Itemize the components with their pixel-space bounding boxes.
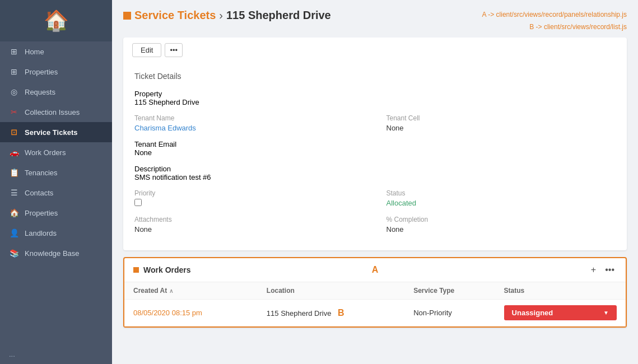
service-tickets-icon: ⊡ — [9, 128, 19, 137]
priority-checkbox-input[interactable] — [134, 199, 142, 206]
property-value: 115 Shepherd Drive — [134, 98, 616, 106]
work-orders-add-button[interactable]: + — [589, 264, 598, 276]
sidebar-item-contacts[interactable]: ☰ Contacts — [0, 183, 112, 203]
sidebar-item-home-label: Home — [25, 48, 44, 56]
tenant-cell-field: Tenant Cell None — [386, 114, 616, 132]
sidebar-item-knowledge-base-label: Knowledge Base — [25, 249, 80, 258]
priority-status-row: Priority Status Allocated — [134, 189, 616, 208]
breadcrumb-separator: › — [219, 9, 223, 22]
sidebar-item-collection-issues[interactable]: ✂ Collection Issues — [0, 102, 112, 122]
label-b: B — [338, 308, 344, 318]
sidebar-item-properties[interactable]: ⊞ Properties — [0, 62, 112, 82]
work-orders-more-button[interactable]: ••• — [603, 264, 617, 276]
description-field: Description SMS notification test #6 — [134, 165, 616, 181]
sidebar-item-service-tickets-label: Service Tickets — [25, 128, 77, 137]
tenant-email-label: Tenant Email — [134, 140, 616, 148]
home-logo-icon: 🏠 — [44, 9, 69, 32]
contacts-icon: ☰ — [9, 188, 19, 197]
sidebar-item-landlords[interactable]: 👤 Landlords — [0, 223, 112, 243]
cell-location-text: 115 Shepherd Drive — [267, 309, 332, 318]
property-link[interactable]: 115 Shepherd Drive — [134, 98, 199, 106]
sidebar-item-tenancies[interactable]: 📋 Tenancies — [0, 162, 112, 183]
sidebar-item-landlords-label: Landlords — [25, 229, 57, 237]
tenancies-icon: 📋 — [9, 168, 19, 177]
status-label: Status — [386, 189, 616, 197]
landlords-icon: 👤 — [9, 228, 19, 237]
attachments-value: None — [134, 225, 364, 234]
tenant-cell-value: None — [386, 124, 616, 132]
collection-issues-icon: ✂ — [9, 108, 19, 116]
sidebar-item-requests-label: Requests — [25, 88, 55, 96]
priority-label: Priority — [134, 189, 364, 197]
sidebar-item-tenancies-label: Tenancies — [25, 169, 58, 177]
priority-field: Priority — [134, 189, 364, 208]
sidebar-item-work-orders-label: Work Orders — [25, 148, 66, 157]
requests-icon: ◎ — [9, 87, 19, 96]
home-icon: ⊞ — [9, 47, 19, 56]
knowledge-base-icon: 📚 — [9, 249, 19, 258]
more-button[interactable]: ••• — [165, 43, 183, 57]
work-orders-card: Work Orders A + ••• Created At ∧ Locatio… — [123, 257, 627, 328]
breadcrumb-parent-link[interactable]: Service Tickets — [134, 9, 216, 22]
debug-line2: B -> client/src/views/record/list.js — [482, 21, 627, 34]
ticket-details-title: Ticket Details — [134, 72, 616, 81]
toolbar: Edit ••• — [123, 38, 627, 63]
breadcrumb-current: 115 Shepherd Drive — [226, 9, 331, 22]
properties-icon: ⊞ — [9, 67, 19, 76]
sidebar-item-knowledge-base[interactable]: 📚 Knowledge Base — [0, 243, 112, 263]
status-value: Allocated — [386, 199, 616, 207]
breadcrumb: Service Tickets › 115 Shepherd Drive — [123, 9, 331, 22]
table-header-row: Created At ∧ Location Service Type Statu… — [124, 282, 626, 300]
tenant-name-label: Tenant Name — [134, 114, 364, 122]
debug-line1: A -> client/src/views/record/panels/rela… — [482, 9, 627, 21]
sidebar-item-home[interactable]: ⊞ Home — [0, 41, 112, 62]
col-created-at-label: Created At — [133, 287, 167, 295]
sort-icon: ∧ — [169, 288, 173, 294]
debug-info: A -> client/src/views/record/panels/rela… — [482, 9, 627, 33]
label-a: A — [372, 265, 379, 275]
sidebar-item-work-orders[interactable]: 🚗 Work Orders — [0, 142, 112, 162]
completion-field: % Completion None — [386, 216, 616, 234]
sidebar-item-contacts-label: Contacts — [25, 189, 53, 197]
tenant-cell-label: Tenant Cell — [386, 114, 616, 122]
attachments-completion-row: Attachments None % Completion None — [134, 216, 616, 234]
sidebar-item-service-tickets[interactable]: ⊡ Service Tickets — [0, 122, 112, 142]
description-label: Description — [134, 165, 616, 173]
tenant-row: Tenant Name Charisma Edwards Tenant Cell… — [134, 114, 616, 132]
cell-location: 115 Shepherd Drive B — [258, 300, 404, 326]
edit-button[interactable]: Edit — [132, 43, 161, 57]
priority-checkbox[interactable] — [134, 199, 364, 208]
status-badge[interactable]: Unassigned ▼ — [504, 305, 617, 320]
tenant-name-field: Tenant Name Charisma Edwards — [134, 114, 364, 132]
content-area: Edit ••• Ticket Details Property 115 She… — [112, 38, 638, 364]
sidebar-nav: ⊞ Home ⊞ Properties ◎ Requests ✂ Collect… — [0, 41, 112, 344]
sidebar-item-properties2[interactable]: 🏠 Properties — [0, 203, 112, 223]
work-orders-square-icon — [133, 267, 139, 273]
attachments-field: Attachments None — [134, 216, 364, 234]
sidebar: 🏠 ⊞ Home ⊞ Properties ◎ Requests ✂ Colle… — [0, 0, 112, 364]
ticket-details-card: Edit ••• Ticket Details Property 115 She… — [123, 38, 627, 250]
tenant-name-value[interactable]: Charisma Edwards — [134, 124, 364, 132]
properties2-icon: 🏠 — [9, 208, 19, 217]
ticket-details: Ticket Details Property 115 Shepherd Dri… — [123, 63, 627, 250]
tenant-email-value: None — [134, 148, 616, 157]
table-row: 08/05/2020 08:15 pm 115 Shepherd Drive B… — [124, 300, 626, 326]
breadcrumb-icon — [123, 12, 131, 20]
cell-created-at[interactable]: 08/05/2020 08:15 pm — [124, 300, 258, 326]
attachments-label: Attachments — [134, 216, 364, 223]
sidebar-more[interactable]: ... — [0, 344, 112, 364]
sidebar-logo: 🏠 — [0, 0, 112, 41]
work-orders-header: Work Orders A + ••• — [124, 258, 626, 282]
work-orders-title: Work Orders — [143, 265, 191, 274]
cell-status: Unassigned ▼ — [495, 300, 626, 326]
sidebar-item-requests[interactable]: ◎ Requests — [0, 82, 112, 102]
col-location: Location — [258, 282, 404, 300]
sidebar-item-collection-issues-label: Collection Issues — [25, 108, 80, 116]
tenant-email-field: Tenant Email None — [134, 140, 616, 157]
work-orders-icon: 🚗 — [9, 148, 19, 157]
sidebar-item-properties-label: Properties — [25, 68, 58, 76]
completion-value: None — [386, 225, 616, 234]
col-created-at: Created At ∧ — [124, 282, 258, 300]
completion-label: % Completion — [386, 216, 616, 223]
property-field: Property 115 Shepherd Drive — [134, 90, 616, 106]
